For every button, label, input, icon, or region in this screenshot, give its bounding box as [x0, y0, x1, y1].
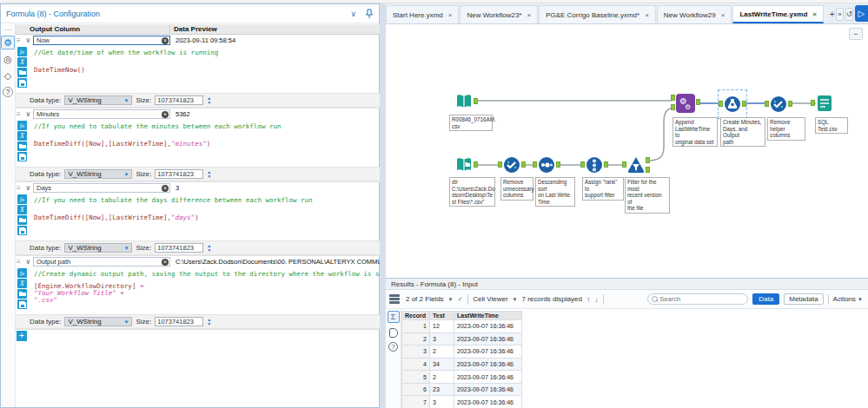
functions-icon[interactable]: fx	[17, 268, 27, 278]
variables-icon[interactable]: X	[17, 131, 27, 141]
chevron-down-icon[interactable]: ∨	[23, 184, 33, 192]
pin-icon[interactable]	[365, 9, 374, 19]
table-rows-icon[interactable]	[389, 294, 400, 304]
output-anchor-false[interactable]	[646, 167, 650, 173]
apply-check-icon[interactable]: ✓	[458, 295, 464, 303]
data-view-button[interactable]: Data	[752, 293, 779, 305]
variables-icon[interactable]: X	[17, 57, 27, 67]
column-header-lastwritetime[interactable]: LastWriteTime	[454, 312, 522, 320]
close-icon[interactable]: ×	[812, 10, 817, 18]
output-anchor[interactable]	[604, 161, 608, 168]
output-anchor[interactable]	[696, 99, 700, 105]
input-anchor[interactable]	[498, 161, 502, 168]
functions-icon[interactable]: fx	[17, 47, 27, 56]
close-icon[interactable]: ×	[645, 11, 649, 19]
variables-icon[interactable]: X	[17, 205, 27, 214]
tool-annotation[interactable]: Append LastWriteTime to original data se…	[673, 117, 718, 147]
size-input[interactable]	[156, 170, 202, 178]
functions-icon[interactable]: fx	[17, 121, 27, 130]
tool-annotation[interactable]: Assign "rank" to support filter	[582, 177, 624, 201]
output-column-input[interactable]	[34, 36, 169, 44]
arrow-down-icon[interactable]: ↓	[594, 295, 599, 304]
output-anchor[interactable]	[788, 101, 792, 107]
save-expression-icon[interactable]	[17, 78, 27, 88]
input-anchor[interactable]	[719, 101, 723, 107]
data-type-dropdown[interactable]: V_WString▼	[64, 169, 132, 179]
size-input[interactable]	[156, 96, 202, 104]
expression-editor[interactable]: //Create dynamic output path, saving the…	[29, 267, 416, 314]
workflow-canvas[interactable]: R00846_0716AM. csv ⚙⚙ Append LastWriteTi…	[386, 24, 868, 278]
run-workflow-button[interactable]: ▷	[855, 5, 868, 22]
expression-editor[interactable]: //Get date/time of when the workflow is …	[29, 46, 416, 93]
size-stepper[interactable]: ▲▼	[207, 318, 211, 326]
input-anchor[interactable]	[671, 104, 675, 110]
output-anchor[interactable]	[474, 161, 478, 168]
metadata-view-button[interactable]: Metadata	[784, 293, 823, 305]
workflow-history-button[interactable]: ↺	[845, 8, 853, 21]
new-tab-button[interactable]: +	[828, 6, 836, 22]
drag-handle-icon[interactable]: ≡	[17, 258, 23, 266]
expression-editor[interactable]: //If you need to tabulate the days diffe…	[29, 194, 416, 240]
size-stepper[interactable]: ▲▼	[207, 170, 211, 179]
zoom-out-button[interactable]: −	[849, 28, 863, 40]
tab-new-workflow23[interactable]: New Workflow23*×	[460, 5, 538, 23]
collapse-chevron-icon[interactable]: ∨	[350, 10, 356, 18]
input-anchor[interactable]	[533, 161, 537, 168]
output-anchor[interactable]	[742, 101, 746, 107]
tool-annotation[interactable]: Create Minutes, Days, and Output path	[720, 117, 765, 147]
functions-icon[interactable]: fx	[17, 194, 27, 204]
drag-handle-icon[interactable]: ≡	[17, 110, 23, 118]
help-icon[interactable]: ?	[3, 87, 13, 97]
cell-viewer-dropdown-icon[interactable]: ▼	[513, 297, 518, 302]
clear-icon[interactable]: ×	[162, 259, 169, 266]
table-row[interactable]: 232023-09-07 16:36:46	[402, 332, 522, 345]
add-formula-button[interactable]: +	[17, 331, 27, 341]
chevron-down-icon[interactable]: ∨	[23, 36, 33, 44]
open-expression-icon[interactable]	[17, 289, 27, 299]
output-anchor[interactable]	[521, 161, 526, 168]
output-data-tool[interactable]	[816, 95, 833, 112]
tab-start-here[interactable]: Start Here.yxmd×	[386, 5, 459, 23]
select-tool-helper[interactable]	[770, 95, 787, 113]
clear-icon[interactable]: ×	[162, 111, 169, 118]
record-id-tool[interactable]: 123	[586, 156, 603, 174]
drag-handle-icon[interactable]: ≡	[17, 36, 23, 44]
variables-icon[interactable]: X	[17, 279, 27, 288]
clear-icon[interactable]: ×	[162, 185, 169, 192]
navigate-icon[interactable]: ◎	[1, 52, 15, 66]
tab-lastwritetime[interactable]: LastWriteTime.yxmd×	[732, 5, 824, 23]
input-anchor[interactable]	[671, 95, 675, 101]
input-data-tool[interactable]	[455, 93, 473, 110]
open-expression-icon[interactable]	[17, 141, 27, 151]
spin-down-icon[interactable]: ▼	[207, 174, 211, 179]
clear-icon[interactable]: ×	[162, 37, 169, 44]
size-stepper[interactable]: ▲▼	[207, 244, 211, 253]
input-anchor[interactable]	[622, 161, 626, 168]
table-row[interactable]: 522023-09-07 16:36:46	[402, 371, 522, 384]
close-icon[interactable]: ×	[527, 11, 531, 19]
gear-icon[interactable]: ⚙	[1, 36, 15, 49]
tool-annotation[interactable]: Descending sort on Last Write Time	[535, 177, 575, 207]
output-column-input[interactable]	[34, 110, 169, 118]
size-stepper[interactable]: ▲▼	[207, 96, 211, 105]
chevron-down-icon[interactable]: ∨	[23, 258, 33, 266]
table-row[interactable]: 6232023-09-07 16:36:46	[402, 383, 522, 396]
input-anchor-view-icon[interactable]: Σ	[388, 311, 400, 323]
output-column-input[interactable]	[34, 184, 169, 192]
tool-annotation[interactable]: dir C:\Users\Zack.Do dson\Desktop\Te st …	[449, 177, 495, 207]
input-anchor[interactable]	[811, 100, 815, 106]
select-tool[interactable]	[503, 156, 520, 174]
fields-dropdown-icon[interactable]: ▼	[448, 297, 454, 302]
save-expression-icon[interactable]	[17, 299, 27, 309]
input-anchor[interactable]	[765, 101, 769, 107]
close-icon[interactable]: ×	[448, 11, 453, 19]
output-anchor-true[interactable]	[646, 157, 650, 163]
filter-tool[interactable]	[627, 156, 645, 174]
spin-down-icon[interactable]: ▼	[207, 322, 211, 326]
column-header-test[interactable]: Test	[430, 312, 454, 320]
output-anchor[interactable]	[474, 98, 478, 104]
tab-new-workflow29[interactable]: New Workflow29×	[657, 5, 732, 23]
output-anchor[interactable]	[556, 161, 560, 168]
tab-overflow-button[interactable]: »	[836, 8, 844, 21]
save-expression-icon[interactable]	[17, 226, 27, 235]
